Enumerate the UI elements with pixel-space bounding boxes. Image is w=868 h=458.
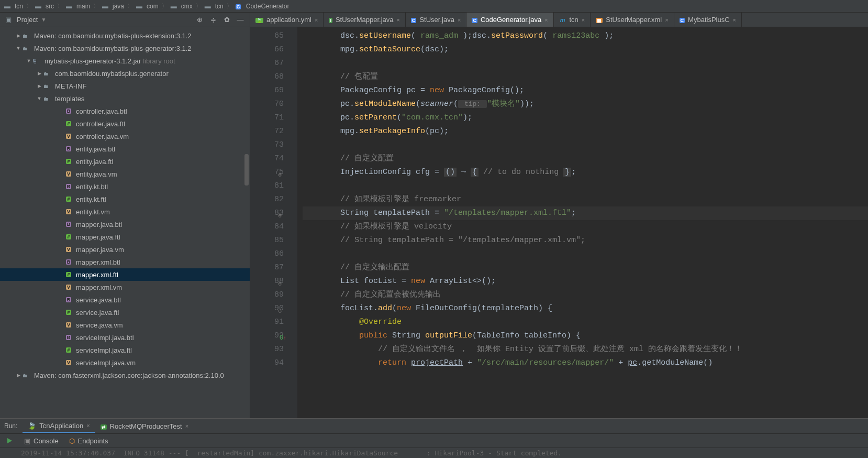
breadcrumb-java[interactable]: ▬java xyxy=(102,3,124,10)
vm-icon: V xyxy=(66,360,71,365)
gutter-line[interactable]: 82 xyxy=(252,193,284,206)
tab-MybatisPlusC[interactable]: CMybatisPlusC× xyxy=(674,13,742,27)
breadcrumb-tcn[interactable]: ▬tcn xyxy=(205,3,224,10)
settings-gear-icon[interactable]: ✿ xyxy=(222,16,231,24)
tree-label: Maven: com.fasterxml.jackson.core:jackso… xyxy=(34,372,224,379)
close-icon[interactable]: × xyxy=(397,17,400,23)
collapse-icon[interactable]: ≑ xyxy=(209,16,217,24)
gutter-line[interactable]: 88⊖ xyxy=(252,275,284,288)
gutter-line[interactable]: 93 xyxy=(252,343,284,356)
tree-row[interactable]: Vcontroller.java.vm xyxy=(0,130,250,143)
code-line-69: PackageConfig pc = new PackageConfig(); xyxy=(303,84,868,97)
tree-row[interactable]: #controller.java.ftl xyxy=(0,117,250,130)
tree-row[interactable]: ▼🖿Maven: com.baomidou:mybatis-plus-gener… xyxy=(0,42,250,54)
tab-tcn[interactable]: mtcn× xyxy=(554,13,591,27)
gutter-line[interactable]: 84 xyxy=(252,220,284,234)
tree-row[interactable]: ▼🖿templates xyxy=(0,92,250,105)
gutter-line[interactable]: 69 xyxy=(252,84,284,97)
close-icon[interactable]: × xyxy=(733,17,736,23)
tree-row[interactable]: ▶🖿Maven: com.baomidou:mybatis-plus-exten… xyxy=(0,29,250,42)
tree-row[interactable]: Bentity.kt.btl xyxy=(0,180,250,193)
tree-row[interactable]: ▶🖿META-INF xyxy=(0,80,250,92)
tree-row[interactable]: Vmapper.java.vm xyxy=(0,243,250,256)
tree-label: entity.java.vm xyxy=(76,170,117,178)
close-icon[interactable]: × xyxy=(582,17,585,23)
tree-row[interactable]: Vmapper.xml.vm xyxy=(0,281,250,293)
tab-StUser.java[interactable]: CStUser.java× xyxy=(406,13,466,27)
tree-row[interactable]: #entity.java.ftl xyxy=(0,155,250,168)
tab-StUserMapper.xml[interactable]: ▦StUserMapper.xml× xyxy=(591,13,674,27)
gutter-line[interactable]: 65 xyxy=(252,29,284,43)
gutter-line[interactable]: 68 xyxy=(252,70,284,84)
gutter-line[interactable]: 91 xyxy=(252,315,284,329)
code-line-74: // 自定义配置 xyxy=(303,152,868,166)
breadcrumb-com[interactable]: ▬com xyxy=(136,3,159,10)
gutter-line[interactable]: 71 xyxy=(252,111,284,125)
tree-row[interactable]: Ventity.java.vm xyxy=(0,168,250,180)
tree-row[interactable]: #mapper.xml.ftl xyxy=(0,268,250,281)
tree-label: service.java.vm xyxy=(76,321,123,329)
gutter-line[interactable]: 94 xyxy=(252,356,284,370)
close-icon[interactable]: × xyxy=(86,422,90,429)
tree-arrow-icon: ▼ xyxy=(37,96,42,101)
tree-row[interactable]: ▶🖿Maven: com.fasterxml.jackson.core:jack… xyxy=(0,369,250,381)
run-subtab-Endpoints[interactable]: ⬡Endpoints xyxy=(64,435,114,447)
gutter-line[interactable]: 73 xyxy=(252,138,284,152)
breadcrumb-main[interactable]: ▬main xyxy=(66,3,90,10)
run-tab-TcnApplication[interactable]: 🍃TcnApplication× xyxy=(23,420,95,433)
gutter-line[interactable]: 87 xyxy=(252,261,284,275)
tree-row[interactable]: Bmapper.xml.btl xyxy=(0,256,250,268)
tree-row[interactable]: Bentity.java.btl xyxy=(0,143,250,155)
close-icon[interactable]: × xyxy=(544,17,548,23)
gutter-line[interactable]: 67 xyxy=(252,57,284,70)
run-tab-RocketMQProducerTest[interactable]: ⇄RocketMQProducerTest× xyxy=(95,420,194,433)
gutter-line[interactable]: 85 xyxy=(252,234,284,247)
run-play-button[interactable] xyxy=(0,437,19,444)
locate-icon[interactable]: ⊕ xyxy=(195,16,204,24)
sidebar-title-row[interactable]: ▣ Project ▼ xyxy=(5,16,191,24)
tree-row[interactable]: ▶🖿com.baomidou.mybatisplus.generator xyxy=(0,67,250,80)
tab-CodeGenerator.java[interactable]: CCodeGenerator.java× xyxy=(466,13,553,27)
gutter-line[interactable]: 92O↑ xyxy=(252,329,284,343)
gutter-line[interactable]: 90⊖ xyxy=(252,302,284,315)
breadcrumb-src[interactable]: ▬src xyxy=(35,3,54,10)
gutter-line[interactable]: 89 xyxy=(252,288,284,302)
close-icon[interactable]: × xyxy=(315,17,318,23)
tab-StUserMapper.java[interactable]: IStUserMapper.java× xyxy=(324,13,406,27)
close-icon[interactable]: × xyxy=(458,17,461,23)
gutter-line[interactable]: 75⊕ xyxy=(252,166,284,179)
gutter-line[interactable]: 74 xyxy=(252,152,284,166)
close-icon[interactable]: × xyxy=(185,423,188,429)
code-line-84: // 如果模板引擎是 velocity xyxy=(303,220,868,234)
tab-application.yml[interactable]: 🍃application.yml× xyxy=(250,13,324,27)
close-icon[interactable]: × xyxy=(665,17,668,23)
tree-row[interactable]: #service.java.ftl xyxy=(0,306,250,319)
gutter-line[interactable]: 72 xyxy=(252,125,284,138)
breadcrumb-label: cmx xyxy=(181,3,193,10)
run-subtab-Console[interactable]: ▣Console xyxy=(19,435,64,447)
tree-row[interactable]: Bmapper.java.btl xyxy=(0,218,250,231)
tree-row[interactable]: Bcontroller.java.btl xyxy=(0,105,250,117)
scrollbar-thumb[interactable] xyxy=(244,154,249,186)
breadcrumb-cmx[interactable]: ▬cmx xyxy=(171,3,193,10)
tree-row[interactable]: #mapper.java.ftl xyxy=(0,231,250,243)
breadcrumb-CodeGenerator[interactable]: CCodeGenerator xyxy=(236,3,290,10)
project-tree[interactable]: ▶🖿Maven: com.baomidou:mybatis-plus-exten… xyxy=(0,27,250,418)
tree-row[interactable]: #serviceImpl.java.ftl xyxy=(0,344,250,356)
tree-row[interactable]: Vservice.java.vm xyxy=(0,319,250,331)
gutter-line[interactable]: 81 xyxy=(252,179,284,193)
tree-row[interactable]: ▼⎗mybatis-plus-generator-3.1.2.jarlibrar… xyxy=(0,54,250,67)
tree-row[interactable]: Ventity.kt.vm xyxy=(0,205,250,218)
tree-label: mapper.xml.ftl xyxy=(76,271,118,279)
tree-row[interactable]: VserviceImpl.java.vm xyxy=(0,356,250,369)
gutter-line[interactable]: 86 xyxy=(252,247,284,261)
tree-row[interactable]: BserviceImpl.java.btl xyxy=(0,331,250,344)
hide-icon[interactable]: — xyxy=(236,16,244,24)
tree-row[interactable]: Bservice.java.btl xyxy=(0,293,250,306)
gutter-line[interactable]: 66 xyxy=(252,43,284,57)
code-content[interactable]: dsc.setUsername( rams_adm );dsc.setPassw… xyxy=(297,27,868,418)
gutter-line[interactable]: 70 xyxy=(252,97,284,111)
breadcrumb-tcn[interactable]: ▬tcn xyxy=(4,3,23,10)
tree-row[interactable]: #entity.kt.ftl xyxy=(0,193,250,205)
gutter-line[interactable]: 83⊖ xyxy=(252,206,284,220)
